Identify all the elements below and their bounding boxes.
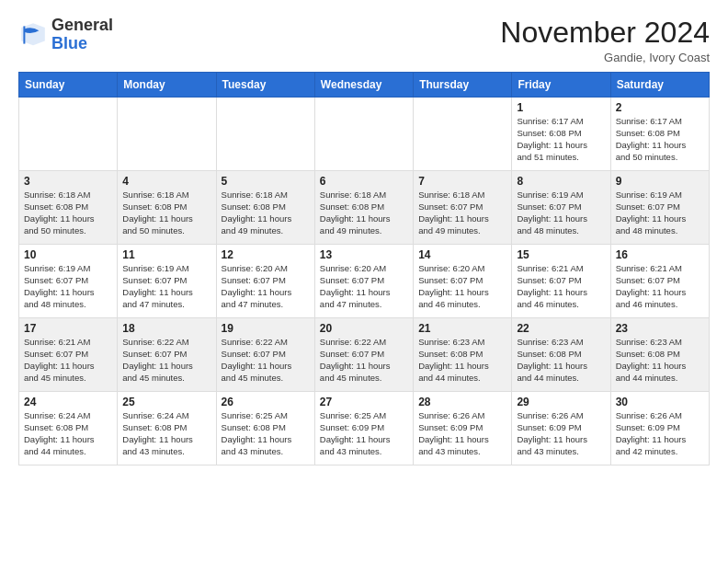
day-info: Sunrise: 6:24 AMSunset: 6:08 PMDaylight:… bbox=[24, 410, 112, 457]
day-info: Sunrise: 6:22 AMSunset: 6:07 PMDaylight:… bbox=[320, 337, 408, 384]
day-info: Sunrise: 6:25 AMSunset: 6:08 PMDaylight:… bbox=[222, 410, 310, 457]
cell-week3-day6: 16Sunrise: 6:21 AMSunset: 6:07 PMDayligh… bbox=[610, 245, 709, 318]
cell-week4-day5: 22Sunrise: 6:23 AMSunset: 6:08 PMDayligh… bbox=[512, 318, 610, 392]
day-number: 9 bbox=[616, 175, 704, 188]
cell-week2-day2: 5Sunrise: 6:18 AMSunset: 6:08 PMDaylight… bbox=[216, 171, 314, 245]
cell-week2-day5: 8Sunrise: 6:19 AMSunset: 6:07 PMDaylight… bbox=[512, 171, 610, 245]
day-info: Sunrise: 6:21 AMSunset: 6:07 PMDaylight:… bbox=[517, 263, 605, 310]
col-monday: Monday bbox=[118, 73, 216, 98]
day-info: Sunrise: 6:18 AMSunset: 6:07 PMDaylight:… bbox=[418, 190, 506, 236]
week-row-5: 24Sunrise: 6:24 AMSunset: 6:08 PMDayligh… bbox=[19, 392, 710, 465]
day-number: 4 bbox=[122, 175, 210, 188]
cell-week4-day0: 17Sunrise: 6:21 AMSunset: 6:07 PMDayligh… bbox=[19, 318, 118, 392]
cell-week3-day0: 10Sunrise: 6:19 AMSunset: 6:07 PMDayligh… bbox=[19, 245, 118, 318]
day-info: Sunrise: 6:26 AMSunset: 6:09 PMDaylight:… bbox=[517, 410, 605, 457]
day-number: 12 bbox=[222, 248, 310, 261]
cell-week4-day3: 20Sunrise: 6:22 AMSunset: 6:07 PMDayligh… bbox=[314, 318, 413, 392]
cell-week3-day5: 15Sunrise: 6:21 AMSunset: 6:07 PMDayligh… bbox=[512, 245, 610, 318]
day-number: 18 bbox=[122, 322, 210, 335]
day-number: 27 bbox=[320, 396, 408, 408]
day-number: 24 bbox=[24, 396, 112, 408]
cell-week5-day2: 26Sunrise: 6:25 AMSunset: 6:08 PMDayligh… bbox=[216, 392, 314, 465]
day-info: Sunrise: 6:17 AMSunset: 6:08 PMDaylight:… bbox=[517, 116, 605, 163]
day-number: 22 bbox=[517, 322, 605, 335]
cell-week1-day5: 1Sunrise: 6:17 AMSunset: 6:08 PMDaylight… bbox=[512, 98, 610, 171]
week-row-2: 3Sunrise: 6:18 AMSunset: 6:08 PMDaylight… bbox=[19, 171, 710, 245]
day-number: 10 bbox=[24, 248, 112, 261]
day-number: 5 bbox=[222, 175, 310, 188]
col-sunday: Sunday bbox=[19, 73, 118, 98]
day-info: Sunrise: 6:23 AMSunset: 6:08 PMDaylight:… bbox=[418, 337, 506, 384]
cell-week4-day2: 19Sunrise: 6:22 AMSunset: 6:07 PMDayligh… bbox=[216, 318, 314, 392]
logo-icon bbox=[18, 20, 48, 50]
week-row-1: 1Sunrise: 6:17 AMSunset: 6:08 PMDaylight… bbox=[19, 98, 710, 171]
day-info: Sunrise: 6:19 AMSunset: 6:07 PMDaylight:… bbox=[517, 190, 605, 236]
day-number: 28 bbox=[418, 396, 506, 408]
day-info: Sunrise: 6:19 AMSunset: 6:07 PMDaylight:… bbox=[122, 263, 210, 310]
cell-week1-day4 bbox=[414, 98, 512, 171]
day-number: 21 bbox=[418, 322, 506, 335]
cell-week2-day4: 7Sunrise: 6:18 AMSunset: 6:07 PMDaylight… bbox=[414, 171, 512, 245]
week-row-4: 17Sunrise: 6:21 AMSunset: 6:07 PMDayligh… bbox=[19, 318, 710, 392]
day-number: 1 bbox=[517, 101, 605, 114]
month-title: November 2024 bbox=[500, 17, 710, 49]
cell-week3-day2: 12Sunrise: 6:20 AMSunset: 6:07 PMDayligh… bbox=[216, 245, 314, 318]
logo: General Blue bbox=[18, 17, 113, 53]
day-info: Sunrise: 6:19 AMSunset: 6:07 PMDaylight:… bbox=[616, 190, 704, 236]
col-friday: Friday bbox=[512, 73, 610, 98]
day-info: Sunrise: 6:21 AMSunset: 6:07 PMDaylight:… bbox=[24, 337, 112, 384]
col-thursday: Thursday bbox=[414, 73, 512, 98]
location: Gandie, Ivory Coast bbox=[500, 51, 710, 64]
day-info: Sunrise: 6:26 AMSunset: 6:09 PMDaylight:… bbox=[418, 410, 506, 457]
col-tuesday: Tuesday bbox=[216, 73, 314, 98]
day-info: Sunrise: 6:20 AMSunset: 6:07 PMDaylight:… bbox=[418, 263, 506, 310]
cell-week2-day0: 3Sunrise: 6:18 AMSunset: 6:08 PMDaylight… bbox=[19, 171, 118, 245]
day-number: 6 bbox=[320, 175, 408, 188]
day-number: 11 bbox=[122, 248, 210, 261]
day-info: Sunrise: 6:20 AMSunset: 6:07 PMDaylight:… bbox=[222, 263, 310, 310]
day-info: Sunrise: 6:24 AMSunset: 6:08 PMDaylight:… bbox=[122, 410, 210, 457]
day-number: 30 bbox=[616, 396, 704, 408]
day-number: 16 bbox=[616, 248, 704, 261]
cell-week1-day0 bbox=[19, 98, 118, 171]
cell-week1-day2 bbox=[216, 98, 314, 171]
day-number: 14 bbox=[418, 248, 506, 261]
cell-week5-day6: 30Sunrise: 6:26 AMSunset: 6:09 PMDayligh… bbox=[610, 392, 709, 465]
day-number: 2 bbox=[616, 101, 704, 114]
day-number: 25 bbox=[122, 396, 210, 408]
day-info: Sunrise: 6:23 AMSunset: 6:08 PMDaylight:… bbox=[517, 337, 605, 384]
day-info: Sunrise: 6:25 AMSunset: 6:09 PMDaylight:… bbox=[320, 410, 408, 457]
cell-week4-day6: 23Sunrise: 6:23 AMSunset: 6:08 PMDayligh… bbox=[610, 318, 709, 392]
day-number: 3 bbox=[24, 175, 112, 188]
day-number: 17 bbox=[24, 322, 112, 335]
cell-week1-day1 bbox=[118, 98, 216, 171]
day-number: 13 bbox=[320, 248, 408, 261]
cell-week5-day3: 27Sunrise: 6:25 AMSunset: 6:09 PMDayligh… bbox=[314, 392, 413, 465]
cell-week3-day4: 14Sunrise: 6:20 AMSunset: 6:07 PMDayligh… bbox=[414, 245, 512, 318]
cell-week3-day1: 11Sunrise: 6:19 AMSunset: 6:07 PMDayligh… bbox=[118, 245, 216, 318]
day-number: 29 bbox=[517, 396, 605, 408]
cell-week4-day1: 18Sunrise: 6:22 AMSunset: 6:07 PMDayligh… bbox=[118, 318, 216, 392]
title-block: November 2024 Gandie, Ivory Coast bbox=[500, 17, 710, 64]
col-saturday: Saturday bbox=[610, 73, 709, 98]
cell-week2-day6: 9Sunrise: 6:19 AMSunset: 6:07 PMDaylight… bbox=[610, 171, 709, 245]
header-row: Sunday Monday Tuesday Wednesday Thursday… bbox=[19, 73, 710, 98]
day-number: 26 bbox=[222, 396, 310, 408]
day-info: Sunrise: 6:18 AMSunset: 6:08 PMDaylight:… bbox=[122, 190, 210, 236]
cell-week3-day3: 13Sunrise: 6:20 AMSunset: 6:07 PMDayligh… bbox=[314, 245, 413, 318]
cell-week2-day1: 4Sunrise: 6:18 AMSunset: 6:08 PMDaylight… bbox=[118, 171, 216, 245]
day-number: 7 bbox=[418, 175, 506, 188]
cell-week2-day3: 6Sunrise: 6:18 AMSunset: 6:08 PMDaylight… bbox=[314, 171, 413, 245]
day-info: Sunrise: 6:17 AMSunset: 6:08 PMDaylight:… bbox=[616, 116, 704, 163]
day-number: 20 bbox=[320, 322, 408, 335]
day-number: 8 bbox=[517, 175, 605, 188]
cell-week1-day6: 2Sunrise: 6:17 AMSunset: 6:08 PMDaylight… bbox=[610, 98, 709, 171]
day-number: 23 bbox=[616, 322, 704, 335]
day-info: Sunrise: 6:19 AMSunset: 6:07 PMDaylight:… bbox=[24, 263, 112, 310]
calendar: Sunday Monday Tuesday Wednesday Thursday… bbox=[18, 72, 710, 465]
day-info: Sunrise: 6:18 AMSunset: 6:08 PMDaylight:… bbox=[320, 190, 408, 236]
logo-general-text: General bbox=[51, 16, 113, 34]
cell-week1-day3 bbox=[314, 98, 413, 171]
day-number: 19 bbox=[222, 322, 310, 335]
day-number: 15 bbox=[517, 248, 605, 261]
